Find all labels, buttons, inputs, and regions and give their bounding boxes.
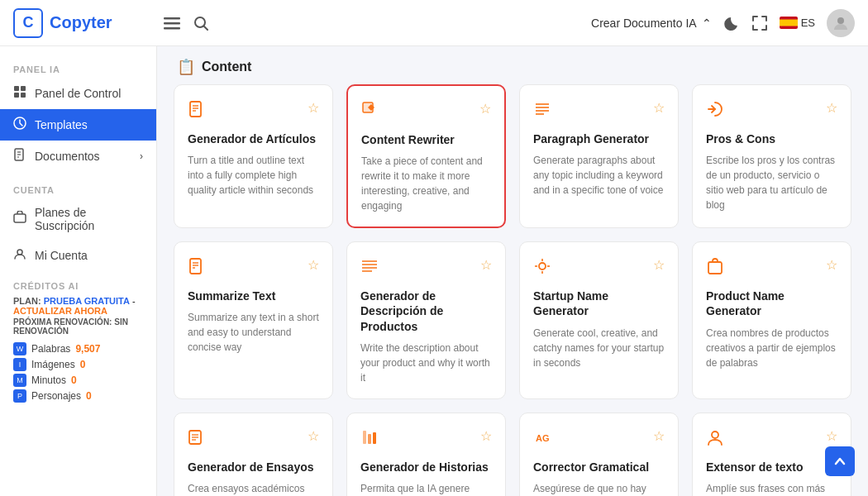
card-desc-pros-cons: Escribe los pros y los contras de un pro… <box>706 153 837 212</box>
card-top: ☆ <box>533 257 665 280</box>
card-generador-articulos[interactable]: ☆ Generador de Artículos Turn a title an… <box>174 84 333 228</box>
templates-icon <box>13 117 26 133</box>
card-star-summarize-text[interactable]: ☆ <box>308 257 319 273</box>
panel-section-title: PANEL IA <box>0 60 156 78</box>
card-title-paragraph-generator: Paragraph Generator <box>533 131 665 146</box>
mi-cuenta-label: Mi Cuenta <box>35 249 88 262</box>
card-paragraph-generator[interactable]: ☆ Paragraph Generator Generate paragraph… <box>519 84 679 228</box>
plan-line: PLAN: PRUEBA GRATUITA - ACTUALIZAR AHORA <box>13 296 143 316</box>
content-section-icon: 📋 <box>177 58 195 76</box>
cards-grid: ☆ Generador de Artículos Turn a title an… <box>157 84 868 496</box>
credit-minutos: M Minutos 0 <box>13 374 143 387</box>
palabras-icon: W <box>13 342 26 355</box>
logo-box: C <box>13 8 43 38</box>
content-area: 📋 Content ☆ Generador de Artículos Turn … <box>157 46 868 496</box>
card-star-paragraph-generator[interactable]: ☆ <box>653 100 665 116</box>
card-icon-paragraph-generator <box>533 100 551 123</box>
card-summarize-text[interactable]: ☆ Summarize Text Summarize any text in a… <box>174 241 333 399</box>
card-star-startup-name[interactable]: ☆ <box>653 257 665 273</box>
card-star-generador-ensayos[interactable]: ☆ <box>308 428 319 444</box>
card-pros-cons[interactable]: ☆ Pros & Cons Escribe los pros y los con… <box>692 84 851 228</box>
renovacion-line: PRÓXIMA RENOVACIÓN: SIN RENOVACIÓN <box>13 317 143 336</box>
svg-rect-6 <box>780 20 798 26</box>
card-title-generador-ensayos: Generador de Ensayos <box>188 460 319 475</box>
svg-line-4 <box>204 26 207 30</box>
card-title-generador-articulos: Generador de Artículos <box>188 131 319 146</box>
imagenes-icon: I <box>13 358 26 371</box>
card-generador-historias[interactable]: ☆ Generador de Historias Permita que la … <box>346 413 506 496</box>
search-icon[interactable] <box>193 16 208 31</box>
card-content-rewriter[interactable]: ☆ Content Rewriter Take a piece of conte… <box>346 84 506 228</box>
main-layout: PANEL IA Panel de Control Templates Docu… <box>0 46 868 496</box>
svg-rect-10 <box>14 93 19 98</box>
card-star-generador-descripcion[interactable]: ☆ <box>480 257 492 273</box>
card-generador-descripcion[interactable]: ☆ Generador de Descripción de Productos … <box>346 241 506 399</box>
svg-point-51 <box>712 432 718 438</box>
content-section-title: Content <box>202 60 251 74</box>
card-corrector-gramatical[interactable]: AG ☆ Corrector Gramatical Asegúrese de q… <box>519 413 679 496</box>
card-top: ☆ <box>360 257 492 280</box>
card-star-extensor-texto[interactable]: ☆ <box>826 428 837 444</box>
svg-rect-0 <box>164 17 180 20</box>
svg-rect-11 <box>21 93 26 98</box>
card-desc-generador-ensayos: Crea ensayos académicos creativos para v… <box>188 481 319 496</box>
card-star-corrector-gramatical[interactable]: ☆ <box>653 428 665 444</box>
card-icon-content-rewriter <box>361 101 379 124</box>
card-top: ☆ <box>361 101 491 124</box>
sidebar-item-planes[interactable]: Planes de Suscripción <box>0 198 156 240</box>
card-star-generador-historias[interactable]: ☆ <box>480 428 492 444</box>
language-selector[interactable]: ES <box>780 17 815 29</box>
mi-cuenta-icon <box>13 247 26 264</box>
card-title-product-name: Product Name Generator <box>706 289 837 318</box>
card-title-corrector-gramatical: Corrector Gramatical <box>533 460 665 475</box>
card-star-pros-cons[interactable]: ☆ <box>826 100 837 116</box>
card-icon-product-name <box>706 257 724 280</box>
card-title-summarize-text: Summarize Text <box>188 289 319 303</box>
card-icon-extensor-texto <box>706 428 724 451</box>
card-product-name[interactable]: ☆ Product Name Generator Crea nombres de… <box>692 241 851 399</box>
card-top: ☆ <box>706 428 837 451</box>
sidebar-item-templates[interactable]: Templates <box>0 109 156 141</box>
card-star-content-rewriter[interactable]: ☆ <box>479 101 491 117</box>
svg-point-7 <box>837 17 844 24</box>
dark-mode-icon[interactable] <box>723 15 740 31</box>
card-title-pros-cons: Pros & Cons <box>706 131 837 146</box>
planes-label: Planes de Suscripción <box>35 206 143 232</box>
svg-rect-47 <box>363 431 366 444</box>
sidebar-item-documentos[interactable]: Documentos › <box>0 141 156 172</box>
sidebar-item-mi-cuenta[interactable]: Mi Cuenta <box>0 240 156 271</box>
svg-point-37 <box>539 263 546 269</box>
fullscreen-icon[interactable] <box>751 15 768 31</box>
planes-icon <box>13 211 26 227</box>
card-icon-generador-ensayos <box>188 428 206 451</box>
card-title-generador-historias: Generador de Historias <box>360 460 492 475</box>
card-generador-ensayos[interactable]: ☆ Generador de Ensayos Crea ensayos acad… <box>174 413 333 496</box>
avatar[interactable] <box>827 9 855 37</box>
crear-documento-btn[interactable]: Crear Documento IA ⌃ <box>591 17 712 30</box>
cuenta-section-title: CUENTA <box>0 180 156 198</box>
card-star-product-name[interactable]: ☆ <box>826 257 837 273</box>
card-icon-generador-descripcion <box>360 257 379 280</box>
svg-rect-49 <box>373 432 376 444</box>
card-top: ☆ <box>360 428 492 451</box>
scroll-top-button[interactable] <box>825 446 855 476</box>
card-desc-summarize-text: Summarize any text in a short and easy t… <box>188 310 319 355</box>
palabras-label: Palabras <box>31 343 70 355</box>
content-section-header: 📋 Content <box>157 46 868 84</box>
menu-icon[interactable] <box>164 15 180 31</box>
svg-rect-42 <box>708 262 722 274</box>
card-icon-corrector-gramatical: AG <box>533 428 551 451</box>
sidebar-item-panel-control[interactable]: Panel de Control <box>0 78 156 109</box>
plan-sep: - <box>132 296 136 306</box>
plan-update[interactable]: ACTUALIZAR AHORA <box>13 306 107 316</box>
card-startup-name[interactable]: ☆ Startup Name Generator Generate cool, … <box>519 241 679 399</box>
card-top: ☆ <box>188 257 319 280</box>
logo-name: Copyter <box>50 13 112 32</box>
card-desc-generador-historias: Permita que la IA genere historias creat… <box>360 481 492 496</box>
card-title-generador-descripcion: Generador de Descripción de Productos <box>360 289 492 334</box>
documentos-label: Documentos <box>35 150 100 163</box>
minutos-label: Minutos <box>31 374 66 386</box>
crear-label: Crear Documento IA <box>591 17 697 30</box>
card-icon-generador-historias <box>360 428 379 451</box>
card-star-generador-articulos[interactable]: ☆ <box>308 100 319 116</box>
